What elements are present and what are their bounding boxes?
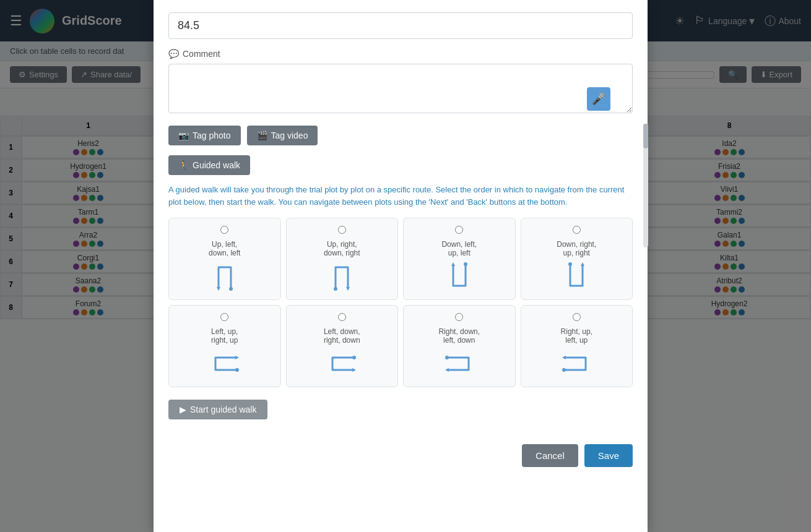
start-guided-walk-button[interactable]: ▶ Start guided walk: [168, 400, 267, 419]
comment-label: 💬 Comment: [168, 49, 633, 59]
walk-option-6[interactable]: Left, down,right, down: [286, 305, 399, 387]
value-input[interactable]: [168, 12, 633, 39]
svg-point-11: [352, 356, 356, 359]
walk-radio-2[interactable]: [338, 226, 346, 234]
tag-photo-button[interactable]: 📷 Tag photo: [168, 126, 241, 145]
walk-option-8-label: Right, up,left, up: [561, 327, 592, 345]
walk-radio-1[interactable]: [220, 226, 228, 234]
scroll-bar[interactable]: [643, 124, 648, 247]
walk-radio-6[interactable]: [338, 313, 346, 321]
walk-radio-8[interactable]: [573, 313, 581, 321]
comment-wrap: 🎤: [168, 64, 633, 116]
tag-video-button[interactable]: 🎬 Tag video: [247, 126, 318, 145]
svg-point-3: [334, 287, 337, 291]
walk-radio-4[interactable]: [573, 226, 581, 234]
comment-textarea[interactable]: [168, 64, 633, 113]
walk-option-7-label: Right, down,left, down: [438, 327, 480, 345]
walk-icon-3: [444, 261, 475, 292]
svg-marker-10: [352, 368, 356, 372]
play-icon: ▶: [180, 405, 186, 414]
guided-walk-button[interactable]: 🚶 Guided walk: [168, 155, 250, 175]
walk-option-3[interactable]: Down, left,up, left: [403, 218, 516, 300]
modal-dialog: 💬 Comment 🎤 📷 Tag photo 🎬 Tag video 🚶 Gu…: [154, 0, 648, 532]
walk-radio-5[interactable]: [220, 313, 228, 321]
svg-marker-2: [346, 287, 350, 291]
cancel-button[interactable]: Cancel: [522, 444, 578, 467]
walk-option-5-label: Left, up,right, up: [211, 327, 238, 345]
walk-option-4-label: Down, right,up, right: [557, 240, 596, 257]
svg-marker-8: [235, 356, 239, 359]
walk-icon-4: [561, 261, 592, 292]
svg-point-9: [235, 368, 239, 372]
walk-icon-6: [326, 348, 357, 379]
modal-footer: Cancel Save: [168, 438, 633, 467]
walk-option-4[interactable]: Down, right,up, right: [521, 218, 633, 300]
walk-radio-3[interactable]: [455, 226, 463, 234]
walk-icon-1: [209, 261, 240, 292]
walk-options-grid: Up, left,down, left Up, right,down, righ…: [168, 218, 633, 387]
video-icon: 🎬: [257, 131, 267, 140]
svg-point-1: [229, 287, 233, 291]
walk-option-7[interactable]: Right, down,left, down: [403, 305, 516, 387]
walk-radio-7[interactable]: [455, 313, 463, 321]
svg-point-13: [445, 356, 449, 359]
svg-marker-14: [562, 356, 566, 359]
guided-walk-description: A guided walk will take you through the …: [168, 184, 633, 208]
save-button[interactable]: Save: [584, 444, 633, 467]
svg-marker-12: [445, 368, 449, 372]
svg-point-15: [562, 368, 566, 372]
walk-option-2[interactable]: Up, right,down, right: [286, 218, 399, 300]
svg-point-7: [568, 262, 572, 266]
comment-icon: 💬: [168, 49, 179, 59]
walk-icon-7: [444, 348, 475, 379]
svg-marker-4: [451, 262, 455, 266]
walk-icon-5: [209, 348, 240, 379]
walk-option-1-label: Up, left,down, left: [209, 240, 240, 257]
walk-icon: 🚶: [178, 160, 189, 170]
svg-marker-6: [581, 262, 584, 266]
walk-option-8[interactable]: Right, up,left, up: [521, 305, 633, 387]
walk-option-5[interactable]: Left, up,right, up: [168, 305, 281, 387]
walk-icon-2: [326, 261, 357, 292]
walk-option-6-label: Left, down,right, down: [324, 327, 360, 345]
walk-option-3-label: Down, left,up, left: [441, 240, 477, 257]
walk-icon-8: [561, 348, 592, 379]
camera-icon: 📷: [178, 131, 189, 140]
tag-buttons-row: 📷 Tag photo 🎬 Tag video: [168, 126, 633, 145]
svg-marker-0: [217, 287, 220, 291]
walk-option-1[interactable]: Up, left,down, left: [168, 218, 281, 300]
walk-option-2-label: Up, right,down, right: [324, 240, 360, 257]
mic-button[interactable]: 🎤: [587, 87, 610, 111]
scroll-thumb: [643, 124, 648, 148]
svg-point-5: [464, 262, 467, 266]
